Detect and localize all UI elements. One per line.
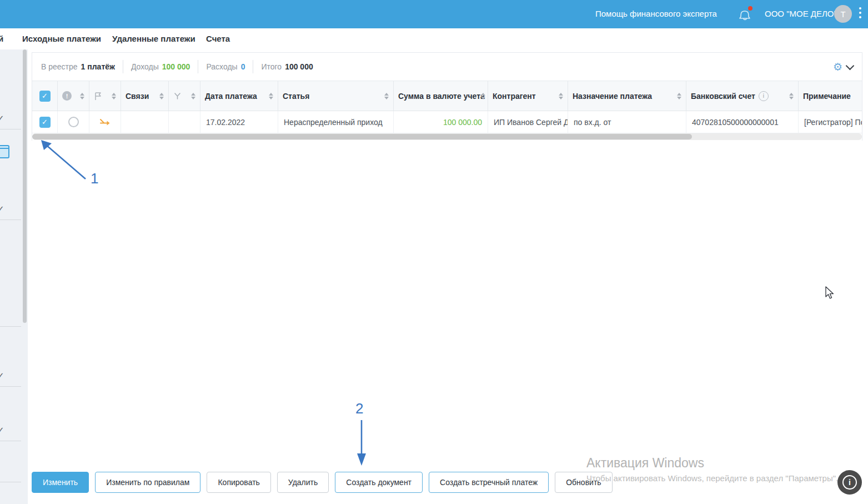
- income-label: Доходы: [131, 62, 159, 71]
- sidebar-checkmark-icon[interactable]: ✓: [0, 113, 6, 123]
- header-select-all: ✓: [32, 81, 58, 111]
- income-total: Доходы 100 000: [131, 62, 190, 71]
- payment-date-value: 17.02.2022: [206, 118, 245, 127]
- tab-deleted-payments[interactable]: Удаленные платежи: [112, 34, 195, 43]
- toolbar-divider: [198, 60, 198, 73]
- row-counterparty: ИП Иванов Сергей Дм: [488, 111, 568, 133]
- row-bank-account: 40702810500000000001: [686, 111, 799, 133]
- info-icon[interactable]: i: [759, 91, 769, 101]
- row-links-cell: [121, 111, 169, 133]
- screen: { "topbar": { "help": "Помощь финансовог…: [0, 0, 868, 504]
- header-article[interactable]: Статья: [278, 81, 394, 111]
- payments-register-card: В реестре 1 платёж Доходы 100 000 Расход…: [32, 52, 862, 141]
- sidebar-divider: [0, 326, 21, 327]
- toolbar-divider: [253, 60, 253, 73]
- create-document-button[interactable]: Создать документ: [335, 472, 423, 493]
- tab-cutoff-left[interactable]: й: [0, 34, 3, 43]
- sidebar-checkmark-icon[interactable]: ✓: [0, 204, 6, 214]
- notifications-bell-icon[interactable]: [737, 6, 754, 23]
- actions-bar: Изменить Изменить по правилам Копировать…: [32, 472, 613, 493]
- sort-icon: [789, 93, 794, 99]
- row-amount: 100 000.00: [394, 111, 488, 133]
- header-purpose-label: Назначение платежа: [573, 92, 652, 101]
- branch-split-icon: [173, 92, 182, 100]
- row-purpose: по вх.д. от: [568, 111, 686, 133]
- header-links-label: Связи: [126, 92, 149, 101]
- sidebar-checkmark-icon[interactable]: ✓: [0, 371, 6, 381]
- registry-count-value: 1 платёж: [81, 62, 115, 71]
- purpose-value: по вх.д. от: [574, 118, 611, 127]
- help-info-fab[interactable]: i: [837, 470, 862, 495]
- sidebar-divider: [0, 219, 21, 220]
- row-checkbox[interactable]: ✓: [39, 117, 51, 128]
- annotation-arrow-1: [37, 137, 92, 183]
- copy-button[interactable]: Копировать: [207, 472, 270, 493]
- watermark-subtitle: Чтобы активировать Windows, перейдите в …: [586, 473, 868, 483]
- header-amount[interactable]: Сумма в валюте учета: [394, 81, 488, 111]
- header-payment-date[interactable]: Дата платежа: [200, 81, 278, 111]
- bank-account-value: 40702810500000000001: [692, 118, 779, 127]
- exclamation-icon: !: [62, 91, 72, 101]
- sort-icon: [384, 93, 389, 99]
- tab-invoices[interactable]: Счета: [206, 34, 230, 43]
- edit-button[interactable]: Изменить: [32, 472, 89, 493]
- watermark-title: Активация Windows: [586, 456, 868, 471]
- left-filter-panel-cutoff: ✓ ✓ ✓ ✓: [0, 49, 28, 504]
- company-account-name[interactable]: ООО "МОЕ ДЕЛО": [765, 9, 837, 18]
- sort-icon: [559, 93, 563, 99]
- refresh-button[interactable]: Обновить: [555, 472, 612, 493]
- chevron-down-icon[interactable]: [846, 61, 855, 70]
- header-links-column[interactable]: Связи: [121, 81, 169, 111]
- registry-count: В реестре 1 платёж: [41, 62, 115, 71]
- section-tabs: й Исходные платежи Удаленные платежи Сче…: [0, 28, 868, 49]
- tab-outgoing-payments[interactable]: Исходные платежи: [22, 34, 101, 43]
- user-avatar[interactable]: T: [834, 5, 852, 23]
- info-icon: i: [842, 475, 857, 490]
- header-bank-account-label: Банковский счет: [691, 92, 755, 101]
- annotation-arrow-2: [355, 419, 368, 467]
- row-article: Нераспределенный приход: [278, 111, 394, 133]
- header-purpose[interactable]: Назначение платежа: [568, 81, 686, 111]
- register-summary-toolbar: В реестре 1 платёж Доходы 100 000 Расход…: [32, 53, 862, 81]
- toolbar-divider: [123, 60, 123, 73]
- sort-icon: [677, 93, 681, 99]
- incoming-payment-merge-icon: [99, 118, 111, 126]
- counterparty-value: ИП Иванов Сергей Дм: [494, 118, 568, 127]
- row-note: [Регистратор] По: [799, 111, 862, 133]
- sidebar-vertical-scrollbar[interactable]: [23, 49, 27, 323]
- row-split-cell: [169, 111, 200, 133]
- header-note-label: Примечание: [803, 92, 851, 101]
- calendar-icon[interactable]: [0, 145, 9, 158]
- edit-by-rules-button[interactable]: Изменить по правилам: [95, 472, 200, 493]
- amount-value: 100 000.00: [443, 118, 482, 127]
- flag-icon: [94, 92, 102, 101]
- sidebar-checkmark-icon[interactable]: ✓: [0, 425, 6, 435]
- table-settings-gear-icon[interactable]: ⚙: [833, 62, 842, 72]
- header-alert-column[interactable]: !: [58, 81, 89, 111]
- income-value: 100 000: [162, 62, 190, 71]
- table-horizontal-scrollbar[interactable]: [32, 133, 862, 140]
- table-row[interactable]: ✓ 17.02.2022 Нераспределенный приход 100…: [32, 111, 862, 133]
- expense-label: Расходы: [206, 62, 237, 71]
- sort-icon: [112, 93, 116, 99]
- sidebar-divider: [0, 386, 21, 387]
- sort-icon: [159, 93, 164, 99]
- sort-icon: [191, 93, 195, 99]
- header-counterparty[interactable]: Контрагент: [488, 81, 568, 111]
- header-bank-account[interactable]: Банковский счет i: [686, 81, 799, 111]
- create-counter-payment-button[interactable]: Создать встречный платеж: [429, 472, 549, 493]
- status-radio-icon[interactable]: [68, 117, 79, 127]
- row-alert-cell: [58, 111, 89, 133]
- registry-count-label: В реестре: [41, 62, 78, 71]
- sidebar-divider: [0, 441, 21, 441]
- expense-total: Расходы 0: [206, 62, 245, 71]
- kebab-menu-icon[interactable]: [857, 7, 863, 22]
- delete-button[interactable]: Удалить: [277, 472, 329, 493]
- header-flag-column[interactable]: [89, 81, 121, 111]
- select-all-checkbox[interactable]: ✓: [39, 91, 51, 102]
- sort-icon: [80, 93, 84, 99]
- scrollbar-thumb[interactable]: [32, 134, 692, 139]
- financial-expert-help-link[interactable]: Помощь финансового эксперта: [595, 9, 717, 18]
- header-split-column[interactable]: [169, 81, 200, 111]
- note-value: [Регистратор] По: [804, 118, 862, 127]
